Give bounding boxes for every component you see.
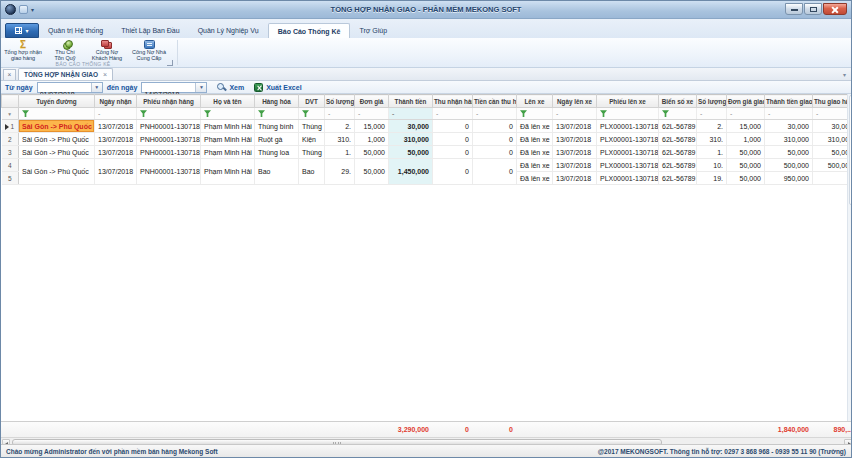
cell-len-xe[interactable]: Đã lên xe <box>517 146 553 159</box>
header-so-luong-giao[interactable]: Số lượng giao <box>697 95 727 108</box>
cell-dg-giao[interactable]: 50,000 <box>727 159 765 172</box>
cell-phieu-nhan[interactable]: PNH00001-130718 <box>137 159 201 185</box>
cell-bien-so[interactable]: 62L-56789 <box>659 159 697 172</box>
cell-don-gia[interactable]: 50,000 <box>355 146 389 159</box>
cell-ngay-nhan[interactable]: 13/07/2018 <box>95 146 137 159</box>
filter-cell[interactable]: - <box>325 108 355 120</box>
cell-ho-ten[interactable]: Phạm Minh Hải <box>201 146 255 159</box>
table-row[interactable]: 3 Sài Gòn -> Phú Quốc 13/07/2018 PNH0000… <box>2 146 852 159</box>
dialog-launcher-icon[interactable] <box>167 60 173 66</box>
cell-ngay-len-xe[interactable]: 13/07/2018 <box>553 159 597 172</box>
filter-cell[interactable]: - <box>473 108 517 120</box>
vertical-scrollbar-thumb[interactable] <box>849 95 852 205</box>
header-thu-nhan-hang[interactable]: Thu nhận hàng <box>433 95 473 108</box>
cell-tt-giao[interactable]: 30,000 <box>765 120 813 133</box>
cell-tt-giao[interactable]: 50,000 <box>765 146 813 159</box>
cell-hang-hoa[interactable]: Thùng bình <box>255 120 299 133</box>
cash-fund-button[interactable]: Thu Chi Tồn Quỹ <box>45 39 85 61</box>
cell-sl-giao[interactable]: 10. <box>697 159 727 172</box>
cell-phieu-nhan[interactable]: PNH00001-130718 <box>137 146 201 159</box>
cell-thu-nhan[interactable]: 0 <box>433 120 473 133</box>
cell-ho-ten[interactable]: Phạm Minh Hải <box>201 133 255 146</box>
vertical-scrollbar[interactable] <box>847 94 852 421</box>
cell-thu-nhan[interactable]: 0 <box>433 133 473 146</box>
cell-so-luong[interactable]: 1. <box>325 146 355 159</box>
cell-ngay-len-xe[interactable]: 13/07/2018 <box>553 133 597 146</box>
cell-len-xe[interactable]: Đã lên xe <box>517 172 553 185</box>
cell-phieu-len-xe[interactable]: PLX00001-130718 <box>597 159 659 172</box>
cell-phieu-nhan[interactable]: PNH00001-130718 <box>137 120 201 133</box>
cell-dg-giao[interactable]: 15,000 <box>727 120 765 133</box>
cell-don-gia[interactable]: 50,000 <box>355 159 389 185</box>
filter-cell[interactable]: - <box>389 108 433 120</box>
cell-bien-so[interactable]: 62L-56789 <box>659 172 697 185</box>
header-don-gia[interactable]: Đơn giá <box>355 95 389 108</box>
cell-ngay-nhan[interactable]: 13/07/2018 <box>95 159 137 185</box>
cell-route[interactable]: Sài Gòn -> Phú Quốc <box>19 146 95 159</box>
filter-cell[interactable]: - <box>355 108 389 120</box>
header-don-gia-giao[interactable]: Đơn giá giao <box>727 95 765 108</box>
from-date-picker[interactable]: ▼ <box>37 82 103 93</box>
cell-sl-giao[interactable]: 19. <box>697 172 727 185</box>
cell-dg-giao[interactable]: 50,000 <box>727 146 765 159</box>
table-row[interactable]: 2 Sài Gòn -> Phú Quốc 13/07/2018 PNH0000… <box>2 133 852 146</box>
cell-thu-nhan[interactable]: 0 <box>433 159 473 185</box>
ribbon-tab-thiet-lap-ban-dau[interactable]: Thiết Lập Ban Đầu <box>112 23 188 38</box>
cell-thu-ho[interactable]: 0 <box>473 146 517 159</box>
cell-so-luong[interactable]: 29. <box>325 159 355 185</box>
cell-ngay-nhan[interactable]: 13/07/2018 <box>95 120 137 133</box>
tab-overflow-arrow-icon[interactable]: ▾ <box>843 71 846 78</box>
cell-route-selected[interactable]: Sài Gòn -> Phú Quốc <box>19 120 95 133</box>
cell-thu-ho[interactable]: 0 <box>473 120 517 133</box>
filter-cell[interactable] <box>19 108 95 120</box>
cell-dvt[interactable]: Thùng <box>299 146 325 159</box>
cell-dvt[interactable]: Thùng <box>299 120 325 133</box>
cell-phieu-len-xe[interactable]: PLX00001-130718 <box>597 146 659 159</box>
cell-thu-ho[interactable]: 0 <box>473 159 517 185</box>
cell-thanh-tien[interactable]: 1,450,000 <box>389 159 433 185</box>
cell-dg-giao[interactable]: 1,000 <box>727 133 765 146</box>
header-len-xe[interactable]: Lên xe <box>517 95 553 108</box>
cell-tt-giao[interactable]: 500,000 <box>765 159 813 172</box>
header-ngay-len-xe[interactable]: Ngày lên xe <box>553 95 597 108</box>
filter-cell[interactable] <box>597 108 659 120</box>
cell-dg-giao[interactable]: 50,000 <box>727 172 765 185</box>
cell-ho-ten[interactable]: Phạm Minh Hải <box>201 120 255 133</box>
cell-ngay-len-xe[interactable]: 13/07/2018 <box>553 146 597 159</box>
table-row[interactable]: 4 Sài Gòn -> Phú Quốc 13/07/2018 PNH0000… <box>2 159 852 172</box>
header-hang-hoa[interactable]: Hàng hóa <box>255 95 299 108</box>
cell-hang-hoa[interactable]: Bao <box>255 159 299 185</box>
cell-dvt[interactable]: Kiện <box>299 133 325 146</box>
cell-len-xe[interactable]: Đã lên xe <box>517 120 553 133</box>
customer-debt-button[interactable]: Công Nợ Khách Hàng <box>87 39 127 61</box>
filter-cell[interactable] <box>137 108 201 120</box>
filter-cell[interactable]: - <box>765 108 813 120</box>
header-tien-can-thu-ho[interactable]: Tiền cần thu hộ <box>473 95 517 108</box>
cell-so-luong[interactable]: 2. <box>325 120 355 133</box>
cell-phieu-len-xe[interactable]: PLX00001-130718 <box>597 172 659 185</box>
header-phieu-len-xe[interactable]: Phiếu lên xe <box>597 95 659 108</box>
cell-bien-so[interactable]: 62L-56789 <box>659 146 697 159</box>
cell-sl-giao[interactable]: 310. <box>697 133 727 146</box>
restore-button[interactable] <box>804 3 822 15</box>
cell-len-xe[interactable]: Đã lên xe <box>517 159 553 172</box>
cell-ngay-len-xe[interactable]: 13/07/2018 <box>553 172 597 185</box>
header-ho-va-ten[interactable]: Họ và tên <box>201 95 255 108</box>
cell-route[interactable]: Sài Gòn -> Phú Quốc <box>19 159 95 185</box>
to-date-dropdown-icon[interactable]: ▼ <box>195 83 206 93</box>
cell-tt-giao[interactable]: 310,000 <box>765 133 813 146</box>
cell-don-gia[interactable]: 1,000 <box>355 133 389 146</box>
cell-ho-ten[interactable]: Phạm Minh Hải <box>201 159 255 185</box>
cell-phieu-nhan[interactable]: PNH00001-130718 <box>137 133 201 146</box>
header-dvt[interactable]: DVT <box>299 95 325 108</box>
filter-cell[interactable] <box>517 108 553 120</box>
minimize-button[interactable] <box>785 3 803 15</box>
filter-cell[interactable] <box>659 108 697 120</box>
cell-sl-giao[interactable]: 2. <box>697 120 727 133</box>
header-so-luong[interactable]: Số lượng <box>325 95 355 108</box>
table-row[interactable]: 1 Sài Gòn -> Phú Quốc 13/07/2018 PNH0000… <box>2 120 852 133</box>
filter-cell[interactable]: - <box>553 108 597 120</box>
cell-ngay-nhan[interactable]: 13/07/2018 <box>95 133 137 146</box>
cell-phieu-len-xe[interactable]: PLX00001-130718 <box>597 133 659 146</box>
document-tab-tong-hop-nhan-giao[interactable]: TỔNG HỢP NHẬN GIAO × <box>18 68 113 80</box>
